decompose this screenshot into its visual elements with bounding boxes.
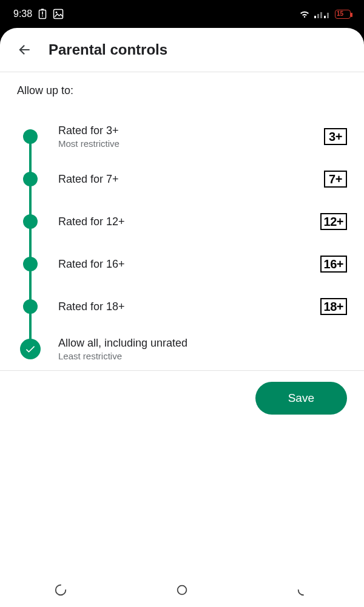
option-sublabel: Most restrictive [58, 138, 311, 149]
svg-rect-3 [42, 16, 43, 17]
system-nav-bar [0, 573, 364, 607]
option-dot [23, 299, 38, 314]
app-bar: Parental controls [0, 28, 364, 72]
option-dot [23, 172, 38, 186]
svg-rect-9 [324, 16, 326, 18]
option-label: Rated for 18+ [58, 300, 311, 313]
svg-point-5 [56, 12, 58, 13]
option-dot [23, 129, 38, 144]
battery-alert-icon [38, 8, 47, 19]
svg-rect-10 [327, 13, 329, 18]
check-icon [24, 343, 36, 355]
option-rated-12[interactable]: Rated for 12+ 12+ [17, 200, 347, 243]
option-label: Rated for 12+ [58, 215, 311, 228]
option-dot-selected [20, 339, 41, 359]
option-rated-3[interactable]: Rated for 3+ Most restrictive 3+ [17, 115, 347, 158]
nav-back-button[interactable] [279, 578, 328, 602]
nav-home-button[interactable] [158, 578, 206, 602]
rating-options: Rated for 3+ Most restrictive 3+ Rated f… [17, 115, 347, 370]
option-dot [23, 214, 38, 229]
battery-percent: 15 [337, 11, 343, 17]
svg-rect-8 [320, 12, 322, 18]
rating-badge: 18+ [320, 298, 347, 315]
status-bar: 9:38 15 [0, 0, 364, 28]
nav-recent-button[interactable] [36, 578, 85, 602]
svg-rect-7 [317, 14, 319, 18]
option-label: Rated for 16+ [58, 258, 311, 271]
rating-badge: 7+ [324, 171, 347, 188]
option-sublabel: Least restrictive [58, 351, 311, 361]
rating-badge: 12+ [320, 213, 347, 230]
status-time: 9:38 [13, 8, 32, 19]
signal-icon [314, 9, 331, 19]
page-title: Parental controls [49, 41, 167, 58]
svg-rect-6 [314, 16, 316, 18]
battery-icon: 15 [335, 10, 351, 19]
svg-rect-2 [42, 12, 43, 15]
wifi-icon [298, 9, 311, 19]
option-label: Rated for 3+ [58, 124, 311, 137]
rating-badge: 16+ [320, 256, 347, 273]
option-rated-18[interactable]: Rated for 18+ 18+ [17, 285, 347, 328]
save-button[interactable]: Save [255, 382, 347, 415]
svg-rect-1 [41, 9, 44, 10]
option-rated-7[interactable]: Rated for 7+ 7+ [17, 158, 347, 200]
svg-point-11 [178, 586, 187, 595]
rating-badge: 3+ [324, 128, 347, 145]
option-label: Rated for 7+ [58, 173, 311, 186]
option-label: Allow all, including unrated [58, 337, 311, 350]
image-icon [53, 8, 64, 19]
option-rated-16[interactable]: Rated for 16+ 16+ [17, 243, 347, 285]
section-label: Allow up to: [17, 84, 347, 97]
option-allow-all[interactable]: Allow all, including unrated Least restr… [17, 328, 347, 370]
option-dot [23, 257, 38, 271]
back-button[interactable] [11, 36, 38, 63]
